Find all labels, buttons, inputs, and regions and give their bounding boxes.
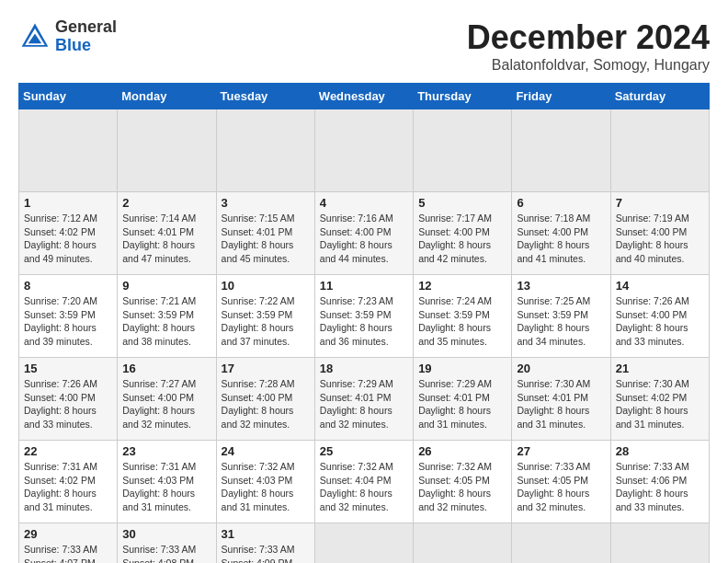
calendar-cell: 19 Sunrise: 7:29 AMSunset: 4:01 PMDaylig… [414, 358, 512, 441]
day-number: 27 [517, 444, 605, 458]
calendar-cell [314, 109, 413, 192]
day-number: 15 [24, 362, 112, 375]
day-number: 21 [616, 362, 704, 375]
day-number: 6 [517, 196, 605, 210]
day-number: 22 [24, 444, 112, 458]
cell-content: Sunrise: 7:22 AMSunset: 3:59 PMDaylight:… [222, 294, 310, 349]
day-number: 28 [616, 444, 704, 458]
calendar-cell [19, 109, 118, 192]
day-number: 11 [320, 279, 408, 293]
calendar-cell: 7 Sunrise: 7:19 AMSunset: 4:00 PMDayligh… [610, 192, 709, 275]
calendar-cell: 18 Sunrise: 7:29 AMSunset: 4:01 PMDaylig… [314, 358, 413, 441]
calendar-table: SundayMondayTuesdayWednesdayThursdayFrid… [18, 83, 710, 563]
cell-content: Sunrise: 7:30 AMSunset: 4:01 PMDaylight:… [517, 377, 605, 431]
calendar-cell [414, 109, 512, 192]
week-row-3: 15 Sunrise: 7:26 AMSunset: 4:00 PMDaylig… [19, 358, 710, 441]
day-number: 26 [418, 444, 506, 458]
day-number: 29 [24, 527, 112, 541]
cell-content: Sunrise: 7:24 AMSunset: 3:59 PMDaylight:… [418, 294, 506, 349]
calendar-cell: 9 Sunrise: 7:21 AMSunset: 3:59 PMDayligh… [118, 275, 216, 358]
cell-content: Sunrise: 7:15 AMSunset: 4:01 PMDaylight:… [222, 212, 310, 266]
cell-content: Sunrise: 7:33 AMSunset: 4:09 PMDaylight:… [222, 543, 310, 563]
calendar-cell [414, 523, 512, 564]
cell-content: Sunrise: 7:32 AMSunset: 4:04 PMDaylight:… [320, 460, 408, 514]
day-number: 16 [122, 362, 210, 375]
calendar-cell: 1 Sunrise: 7:12 AMSunset: 4:02 PMDayligh… [19, 192, 118, 275]
cell-content: Sunrise: 7:23 AMSunset: 3:59 PMDaylight:… [320, 294, 408, 349]
calendar-cell: 5 Sunrise: 7:17 AMSunset: 4:00 PMDayligh… [414, 192, 512, 275]
header-day-tuesday: Tuesday [216, 84, 314, 109]
cell-content: Sunrise: 7:32 AMSunset: 4:05 PMDaylight:… [418, 460, 506, 514]
cell-content: Sunrise: 7:18 AMSunset: 4:00 PMDaylight:… [517, 212, 605, 266]
cell-content: Sunrise: 7:33 AMSunset: 4:06 PMDaylight:… [616, 460, 704, 514]
calendar-body: 1 Sunrise: 7:12 AMSunset: 4:02 PMDayligh… [19, 109, 710, 564]
calendar-cell [216, 109, 314, 192]
header: General Blue December 2024 Balatonfoldva… [18, 18, 710, 74]
day-number: 24 [222, 444, 310, 458]
day-number: 3 [222, 196, 310, 210]
calendar-cell: 25 Sunrise: 7:32 AMSunset: 4:04 PMDaylig… [314, 441, 413, 523]
cell-content: Sunrise: 7:26 AMSunset: 4:00 PMDaylight:… [24, 377, 112, 431]
calendar-cell: 22 Sunrise: 7:31 AMSunset: 4:02 PMDaylig… [19, 441, 118, 523]
cell-content: Sunrise: 7:29 AMSunset: 4:01 PMDaylight:… [320, 377, 408, 431]
calendar-cell [512, 523, 610, 564]
calendar-cell: 26 Sunrise: 7:32 AMSunset: 4:05 PMDaylig… [414, 441, 512, 523]
day-number: 17 [222, 362, 310, 375]
title-area: December 2024 Balatonfoldvar, Somogy, Hu… [467, 18, 710, 74]
day-number: 31 [222, 527, 310, 541]
logo-icon [18, 20, 51, 53]
calendar-cell: 3 Sunrise: 7:15 AMSunset: 4:01 PMDayligh… [216, 192, 314, 275]
week-row-0 [19, 109, 710, 192]
calendar-cell: 2 Sunrise: 7:14 AMSunset: 4:01 PMDayligh… [118, 192, 216, 275]
subtitle: Balatonfoldvar, Somogy, Hungary [467, 57, 710, 74]
day-number: 12 [418, 279, 506, 293]
header-day-thursday: Thursday [414, 84, 512, 109]
calendar-cell: 17 Sunrise: 7:28 AMSunset: 4:00 PMDaylig… [216, 358, 314, 441]
cell-content: Sunrise: 7:28 AMSunset: 4:00 PMDaylight:… [222, 377, 310, 431]
calendar-cell [512, 109, 610, 192]
calendar-cell: 8 Sunrise: 7:20 AMSunset: 3:59 PMDayligh… [19, 275, 118, 358]
calendar-cell: 29 Sunrise: 7:33 AMSunset: 4:07 PMDaylig… [19, 523, 118, 564]
cell-content: Sunrise: 7:31 AMSunset: 4:02 PMDaylight:… [24, 460, 112, 514]
day-number: 5 [418, 196, 506, 210]
cell-content: Sunrise: 7:33 AMSunset: 4:07 PMDaylight:… [24, 543, 112, 563]
cell-content: Sunrise: 7:16 AMSunset: 4:00 PMDaylight:… [320, 212, 408, 266]
calendar-cell: 12 Sunrise: 7:24 AMSunset: 3:59 PMDaylig… [414, 275, 512, 358]
day-number: 13 [517, 279, 605, 293]
calendar-cell [610, 523, 709, 564]
calendar-cell: 14 Sunrise: 7:26 AMSunset: 4:00 PMDaylig… [610, 275, 709, 358]
cell-content: Sunrise: 7:33 AMSunset: 4:05 PMDaylight:… [517, 460, 605, 514]
calendar-cell: 15 Sunrise: 7:26 AMSunset: 4:00 PMDaylig… [19, 358, 118, 441]
week-row-5: 29 Sunrise: 7:33 AMSunset: 4:07 PMDaylig… [19, 523, 710, 564]
day-number: 18 [320, 362, 408, 375]
month-title: December 2024 [467, 18, 710, 57]
cell-content: Sunrise: 7:14 AMSunset: 4:01 PMDaylight:… [122, 212, 210, 266]
cell-content: Sunrise: 7:19 AMSunset: 4:00 PMDaylight:… [616, 212, 704, 266]
header-day-friday: Friday [512, 84, 610, 109]
cell-content: Sunrise: 7:32 AMSunset: 4:03 PMDaylight:… [222, 460, 310, 514]
day-number: 10 [222, 279, 310, 293]
day-number: 1 [24, 196, 112, 210]
day-number: 25 [320, 444, 408, 458]
cell-content: Sunrise: 7:20 AMSunset: 3:59 PMDaylight:… [24, 294, 112, 349]
header-day-saturday: Saturday [610, 84, 709, 109]
cell-content: Sunrise: 7:29 AMSunset: 4:01 PMDaylight:… [418, 377, 506, 431]
calendar-cell: 23 Sunrise: 7:31 AMSunset: 4:03 PMDaylig… [118, 441, 216, 523]
day-number: 23 [122, 444, 210, 458]
day-number: 2 [122, 196, 210, 210]
cell-content: Sunrise: 7:12 AMSunset: 4:02 PMDaylight:… [24, 212, 112, 266]
day-number: 19 [418, 362, 506, 375]
week-row-1: 1 Sunrise: 7:12 AMSunset: 4:02 PMDayligh… [19, 192, 710, 275]
cell-content: Sunrise: 7:30 AMSunset: 4:02 PMDaylight:… [616, 377, 704, 431]
cell-content: Sunrise: 7:33 AMSunset: 4:08 PMDaylight:… [122, 543, 210, 563]
calendar-cell: 31 Sunrise: 7:33 AMSunset: 4:09 PMDaylig… [216, 523, 314, 564]
day-number: 8 [24, 279, 112, 293]
day-number: 30 [122, 527, 210, 541]
week-row-4: 22 Sunrise: 7:31 AMSunset: 4:02 PMDaylig… [19, 441, 710, 523]
calendar-cell: 20 Sunrise: 7:30 AMSunset: 4:01 PMDaylig… [512, 358, 610, 441]
day-number: 9 [122, 279, 210, 293]
logo-text: General Blue [55, 18, 117, 55]
day-number: 4 [320, 196, 408, 210]
cell-content: Sunrise: 7:21 AMSunset: 3:59 PMDaylight:… [122, 294, 210, 349]
day-number: 14 [616, 279, 704, 293]
